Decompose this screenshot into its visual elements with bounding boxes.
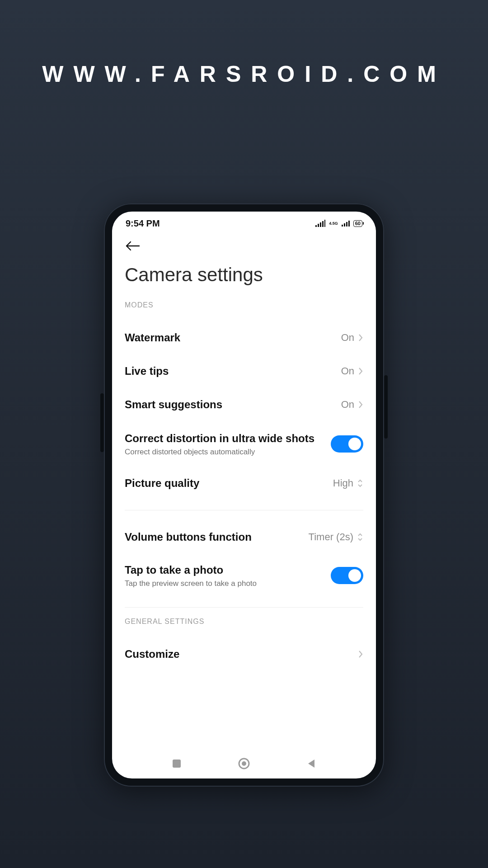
svg-rect-8 (348, 221, 350, 226)
settings-list[interactable]: MODES Watermark On Live tips On Smart su… (112, 299, 376, 753)
row-tap-photo-sub: Tap the preview screen to take a photo (125, 579, 322, 588)
row-volume-buttons[interactable]: Volume buttons function Timer (2s) (125, 520, 363, 554)
toggle-knob (348, 438, 361, 450)
svg-marker-13 (308, 760, 314, 768)
row-picture-quality[interactable]: Picture quality High (125, 467, 363, 500)
arrow-left-icon (125, 241, 140, 251)
svg-rect-4 (324, 220, 325, 227)
toggle-tap-photo[interactable] (331, 567, 363, 584)
section-modes-label: MODES (125, 301, 363, 309)
row-live-tips-title: Live tips (125, 364, 332, 378)
section-general-label: GENERAL SETTINGS (125, 618, 363, 626)
triangle-left-icon (306, 759, 316, 769)
svg-rect-6 (344, 223, 345, 226)
row-smart-suggestions-title: Smart suggestions (125, 397, 332, 412)
row-live-tips-value: On (341, 365, 354, 377)
row-picture-quality-value: High (333, 477, 353, 489)
row-smart-suggestions-value: On (341, 399, 354, 410)
row-distortion-title: Correct distortion in ultra wide shots (125, 431, 322, 446)
back-button[interactable] (125, 241, 140, 253)
status-time: 9:54 PM (126, 218, 160, 229)
row-watermark-value: On (341, 332, 354, 344)
row-customize[interactable]: Customize (125, 637, 363, 671)
toggle-distortion[interactable] (331, 435, 363, 453)
svg-rect-7 (346, 222, 347, 226)
svg-rect-3 (322, 221, 324, 227)
row-watermark-title: Watermark (125, 330, 332, 345)
sort-icon (357, 533, 363, 542)
svg-rect-0 (315, 225, 317, 227)
site-watermark: WWW.FARSROID.COM (0, 61, 488, 87)
row-tap-photo[interactable]: Tap to take a photo Tap the preview scre… (125, 554, 363, 597)
page-title: Camera settings (112, 253, 376, 299)
row-live-tips[interactable]: Live tips On (125, 354, 363, 388)
square-icon (172, 759, 182, 769)
phone-frame: 9:54 PM 4.5G 60 (104, 203, 384, 787)
nav-recent-button[interactable] (172, 759, 182, 770)
screen: 9:54 PM 4.5G 60 (112, 212, 376, 778)
signal-icon (315, 220, 325, 227)
row-smart-suggestions[interactable]: Smart suggestions On (125, 388, 363, 421)
divider (125, 510, 363, 510)
sort-icon (357, 479, 363, 488)
nav-home-button[interactable] (238, 758, 250, 771)
row-volume-value: Timer (2s) (309, 531, 353, 543)
chevron-right-icon (358, 334, 363, 342)
svg-rect-2 (320, 222, 321, 227)
chevron-right-icon (358, 650, 363, 658)
battery-level: 60 (355, 221, 361, 226)
divider (125, 607, 363, 608)
circle-icon (238, 758, 250, 769)
svg-point-12 (242, 761, 246, 766)
row-tap-photo-title: Tap to take a photo (125, 563, 322, 577)
network-label: 4.5G (329, 222, 338, 226)
row-customize-title: Customize (125, 647, 349, 661)
svg-rect-5 (342, 225, 343, 226)
signal-secondary-icon (342, 220, 350, 226)
system-nav-bar (112, 753, 376, 778)
chevron-right-icon (358, 401, 363, 409)
battery-icon: 60 (353, 220, 362, 227)
status-indicators: 4.5G 60 (315, 220, 362, 227)
row-distortion-sub: Correct distorted objects automatically (125, 448, 322, 457)
row-watermark[interactable]: Watermark On (125, 321, 363, 354)
status-bar: 9:54 PM 4.5G 60 (112, 212, 376, 235)
toggle-knob (348, 569, 361, 582)
row-volume-title: Volume buttons function (125, 530, 300, 544)
row-picture-quality-title: Picture quality (125, 476, 324, 491)
svg-rect-10 (173, 760, 181, 768)
row-distortion[interactable]: Correct distortion in ultra wide shots C… (125, 421, 363, 467)
chevron-right-icon (358, 367, 363, 375)
svg-rect-1 (318, 224, 319, 227)
nav-back-button[interactable] (306, 759, 316, 770)
